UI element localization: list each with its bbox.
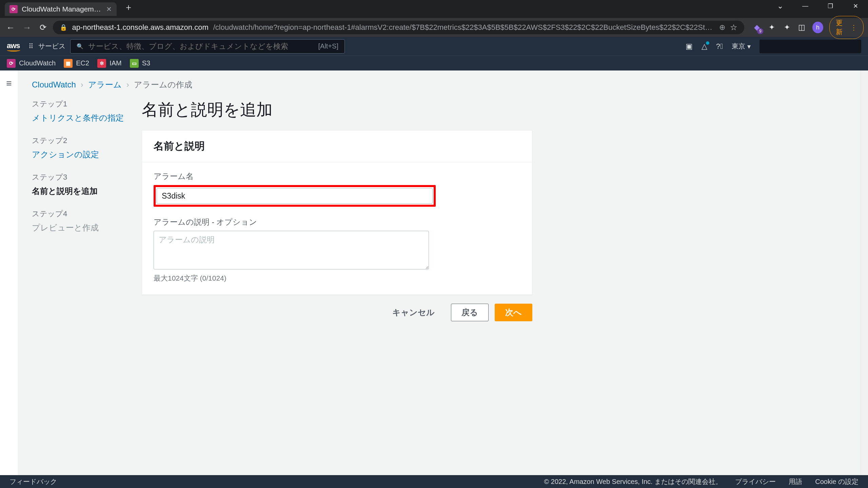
chevron-right-icon: › <box>81 80 83 89</box>
cloudshell-icon[interactable]: ▣ <box>686 42 693 51</box>
step-number: ステップ4 <box>32 209 127 219</box>
aws-search-input[interactable] <box>88 42 314 51</box>
breadcrumb: CloudWatch › アラーム › アラームの作成 <box>32 79 854 90</box>
step-title-name-desc: 名前と説明を追加 <box>32 185 127 197</box>
service-link-ec2[interactable]: ▦ EC2 <box>64 59 89 68</box>
alarm-description-input[interactable] <box>154 231 429 269</box>
service-link-cloudwatch[interactable]: ⟳ CloudWatch <box>7 59 56 68</box>
services-label[interactable]: サービス <box>38 42 65 51</box>
address-bar[interactable]: 🔒 ap-northeast-1.console.aws.amazon.com … <box>53 21 744 34</box>
step-number: ステップ1 <box>32 99 127 109</box>
scrollbar[interactable] <box>861 70 868 475</box>
wizard-actions: キャンセル 戻る 次へ <box>142 304 532 321</box>
cloudwatch-icon: ⟳ <box>7 59 16 68</box>
alarm-description-helper: 最大1024文字 (0/1024) <box>154 273 520 283</box>
search-shortcut-hint: [Alt+S] <box>318 42 338 50</box>
browser-toolbar: ← → ⟳ 🔒 ap-northeast-1.console.aws.amazo… <box>0 18 868 37</box>
ec2-icon: ▦ <box>64 59 73 68</box>
step-title-metrics[interactable]: メトリクスと条件の指定 <box>32 112 127 124</box>
extension-icon[interactable]: ◆ <box>752 23 761 32</box>
privacy-link[interactable]: プライバシー <box>735 477 776 486</box>
new-tab-button[interactable]: ＋ <box>124 1 133 13</box>
region-selector[interactable]: 東京 ▾ <box>732 42 751 51</box>
aws-favorites-bar: ⟳ CloudWatch ▦ EC2 ✲ IAM ▭ S3 <box>0 56 868 70</box>
s3-icon: ▭ <box>130 59 139 68</box>
back-button[interactable]: ← <box>4 22 17 33</box>
panel-header: 名前と説明 <box>142 130 532 162</box>
aws-search-bar[interactable]: 🔍 [Alt+S] <box>70 39 345 54</box>
profile-avatar[interactable]: h <box>812 22 823 33</box>
step-1: ステップ1 メトリクスと条件の指定 <box>32 99 127 124</box>
services-grid-icon[interactable]: ⠿ <box>28 42 34 50</box>
alarm-description-label: アラームの説明 - オプション <box>154 217 520 227</box>
step-number: ステップ2 <box>32 136 127 146</box>
tab-search-icon[interactable]: ⌄ <box>768 0 793 18</box>
bookmark-icon[interactable]: ☆ <box>730 23 737 32</box>
chevron-down-icon: ▾ <box>747 42 751 50</box>
name-description-panel: 名前と説明 アラーム名 アラームの説明 - オプション 最大1024文字 (0/… <box>142 130 532 295</box>
step-number: ステップ3 <box>32 172 127 182</box>
breadcrumb-alarms[interactable]: アラーム <box>88 79 122 90</box>
extension-icon[interactable]: ✦ <box>767 23 776 32</box>
minimize-window-icon[interactable]: ― <box>793 0 818 18</box>
step-title-actions[interactable]: アクションの設定 <box>32 148 127 161</box>
step-4: ステップ4 プレビューと作成 <box>32 209 127 234</box>
cancel-button[interactable]: キャンセル <box>382 304 445 321</box>
terms-link[interactable]: 用語 <box>789 477 802 486</box>
tab-title: CloudWatch Management Consc <box>22 5 102 13</box>
service-link-s3[interactable]: ▭ S3 <box>130 59 150 68</box>
page-title: 名前と説明を追加 <box>142 99 532 121</box>
reload-button[interactable]: ⟳ <box>37 23 49 32</box>
alarm-name-label: アラーム名 <box>154 171 520 182</box>
breadcrumb-cloudwatch[interactable]: CloudWatch <box>32 80 76 89</box>
update-chrome-button[interactable]: 更新 ⋮ <box>829 16 864 39</box>
aws-global-nav: aws ⠿ サービス 🔍 [Alt+S] ▣ △ ?⃝ 東京 ▾ <box>0 37 868 56</box>
cloudwatch-favicon: ⟳ <box>9 5 18 13</box>
step-3: ステップ3 名前と説明を追加 <box>32 172 127 197</box>
chevron-right-icon: › <box>126 80 129 89</box>
close-window-icon[interactable]: ✕ <box>843 0 868 18</box>
alarm-name-highlight <box>154 185 436 207</box>
copyright-text: © 2022, Amazon Web Services, Inc. またはその関… <box>544 477 723 486</box>
iam-icon: ✲ <box>97 59 106 68</box>
browser-tab[interactable]: ⟳ CloudWatch Management Consc ✕ <box>5 2 117 16</box>
alarm-name-input[interactable] <box>157 188 433 204</box>
next-button[interactable]: 次へ <box>495 304 532 321</box>
help-icon[interactable]: ?⃝ <box>716 42 723 51</box>
side-nav-toggle[interactable]: ≡ <box>0 70 18 475</box>
aws-logo[interactable]: aws <box>7 41 20 52</box>
notifications-icon[interactable]: △ <box>702 42 707 51</box>
url-path: /cloudwatch/home?region=ap-northeast-1#a… <box>213 23 714 32</box>
extensions-menu-icon[interactable]: ✦ <box>782 23 791 32</box>
wizard-steps: ステップ1 メトリクスと条件の指定 ステップ2 アクションの設定 ステップ3 名… <box>32 99 127 321</box>
cookie-settings-link[interactable]: Cookie の設定 <box>815 477 859 486</box>
maximize-window-icon[interactable]: ❐ <box>818 0 843 18</box>
lock-icon: 🔒 <box>60 24 67 31</box>
browser-tab-strip: ⟳ CloudWatch Management Consc ✕ ＋ ⌄ ― ❐ … <box>0 0 868 18</box>
breadcrumb-create-alarm: アラームの作成 <box>134 79 192 90</box>
step-title-preview: プレビューと作成 <box>32 222 127 234</box>
forward-button[interactable]: → <box>21 22 33 33</box>
service-link-iam[interactable]: ✲ IAM <box>97 59 122 68</box>
step-2: ステップ2 アクションの設定 <box>32 136 127 161</box>
url-domain: ap-northeast-1.console.aws.amazon.com <box>72 23 208 32</box>
main-content: CloudWatch › アラーム › アラームの作成 ステップ1 メトリクスと… <box>18 70 868 475</box>
close-tab-icon[interactable]: ✕ <box>106 5 112 13</box>
translate-icon[interactable]: ⊕ <box>719 23 725 32</box>
side-panel-icon[interactable]: ◫ <box>797 23 806 32</box>
back-button[interactable]: 戻る <box>451 304 489 321</box>
aws-footer: フィードバック © 2022, Amazon Web Services, Inc… <box>0 475 868 488</box>
feedback-link[interactable]: フィードバック <box>9 477 57 486</box>
search-icon: 🔍 <box>77 43 83 49</box>
account-menu[interactable] <box>760 40 861 53</box>
